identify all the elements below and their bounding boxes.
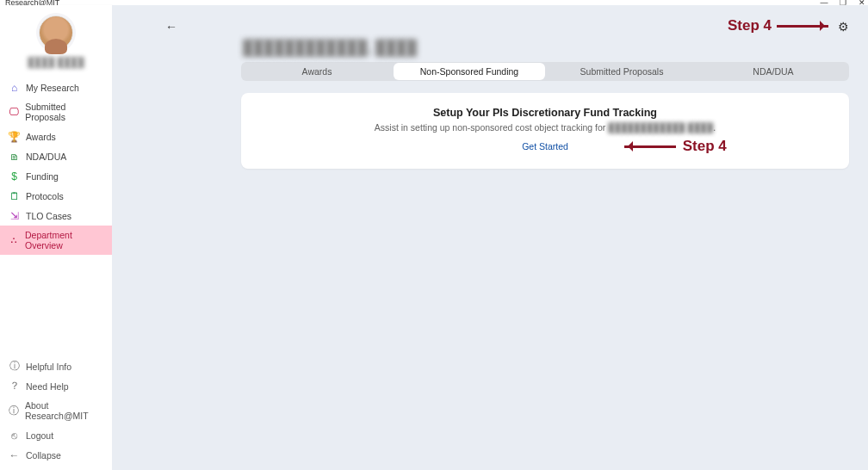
sidebar: ████ ████ ⌂My Research🖵Submitted Proposa… (0, 5, 113, 470)
footer-item-about[interactable]: ⓘAbout Research@MIT (0, 396, 112, 425)
panel-title: Setup Your PIs Discretionary Fund Tracki… (258, 107, 832, 119)
funding-icon: $ (9, 170, 20, 182)
footer-item-label: Helpful Info (26, 362, 71, 372)
sidebar-item-label: Funding (26, 171, 59, 182)
footer-item-need-help[interactable]: ？Need Help (0, 376, 112, 396)
home-icon: ⌂ (9, 82, 20, 93)
footer-item-helpful-info[interactable]: ⓘHelpful Info (0, 356, 112, 376)
footer-nav: ⓘHelpful Info？Need HelpⓘAbout Research@M… (0, 356, 112, 465)
footer-item-collapse[interactable]: ←Collapse (0, 445, 112, 465)
submitted-proposals-icon: 🖵 (9, 107, 19, 118)
logout-icon: ⎋ (9, 430, 20, 441)
helpful-info-icon: ⓘ (9, 361, 20, 372)
sidebar-item-home[interactable]: ⌂My Research (0, 77, 112, 97)
tab-non-sponsored-funding[interactable]: Non-Sponsored Funding (394, 63, 545, 80)
user-name: ████ ████ (0, 57, 112, 67)
sidebar-item-label: NDA/DUA (26, 152, 66, 162)
gear-icon: ⚙ (838, 20, 849, 34)
back-button[interactable]: ← (165, 20, 177, 34)
get-started-link[interactable]: Get Started (522, 141, 568, 152)
sidebar-item-protocols[interactable]: 🗒Protocols (0, 186, 112, 206)
footer-item-label: Collapse (26, 450, 61, 461)
protocols-icon: 🗒 (9, 190, 20, 201)
tabs: AwardsNon-Sponsored FundingSubmitted Pro… (241, 62, 849, 81)
annotation-step4-top: Step 4 (728, 17, 828, 34)
collapse-icon: ← (9, 449, 20, 461)
tlo-cases-icon: ⇲ (9, 210, 20, 221)
footer-item-label: Need Help (26, 381, 69, 392)
sidebar-item-label: TLO Cases (26, 211, 71, 221)
tab-submitted-proposals[interactable]: Submitted Proposals (546, 62, 698, 81)
primary-nav: ⌂My Research🖵Submitted Proposals🏆Awards🗈… (0, 77, 112, 255)
sidebar-item-department-overview[interactable]: ⛬Department Overview (0, 226, 112, 255)
panel-subtitle: Assist in setting up non-sponsored cost … (258, 122, 832, 133)
about-icon: ⓘ (9, 405, 19, 417)
profile-section: ████ ████ (0, 5, 112, 72)
setup-panel: Setup Your PIs Discretionary Fund Tracki… (241, 93, 849, 169)
sidebar-item-funding[interactable]: $Funding (0, 166, 112, 186)
footer-item-label: Logout (26, 430, 53, 441)
tab-awards[interactable]: Awards (241, 62, 393, 81)
main-area: ← Step 4 ⚙ ████████████, ████ AwardsNon-… (112, 5, 868, 470)
sidebar-item-awards[interactable]: 🏆Awards (0, 127, 112, 146)
settings-button[interactable]: ⚙ (838, 20, 849, 34)
footer-item-logout[interactable]: ⎋Logout (0, 425, 112, 445)
sidebar-item-nda-dua[interactable]: 🗈NDA/DUA (0, 146, 112, 166)
sidebar-item-tlo-cases[interactable]: ⇲TLO Cases (0, 206, 112, 226)
arrow-right-icon (777, 25, 828, 28)
sidebar-item-label: My Research (26, 83, 79, 93)
awards-icon: 🏆 (9, 131, 20, 142)
sidebar-item-label: Department Overview (25, 230, 103, 250)
sidebar-item-label: Awards (26, 132, 56, 142)
nda-dua-icon: 🗈 (9, 151, 20, 162)
department-overview-icon: ⛬ (9, 235, 19, 246)
avatar[interactable] (39, 15, 73, 50)
page-title: ████████████, ████ (241, 40, 849, 57)
need-help-icon: ？ (9, 380, 20, 392)
sidebar-item-submitted-proposals[interactable]: 🖵Submitted Proposals (0, 97, 112, 127)
topbar: ← Step 4 ⚙ (112, 5, 868, 40)
content: ████████████, ████ AwardsNon-Sponsored F… (241, 40, 849, 169)
tab-nda-dua[interactable]: NDA/DUA (698, 62, 849, 81)
footer-item-label: About Research@MIT (25, 400, 103, 421)
sidebar-item-label: Protocols (26, 191, 64, 201)
sidebar-item-label: Submitted Proposals (25, 102, 103, 122)
annotation-label: Step 4 (728, 17, 772, 34)
